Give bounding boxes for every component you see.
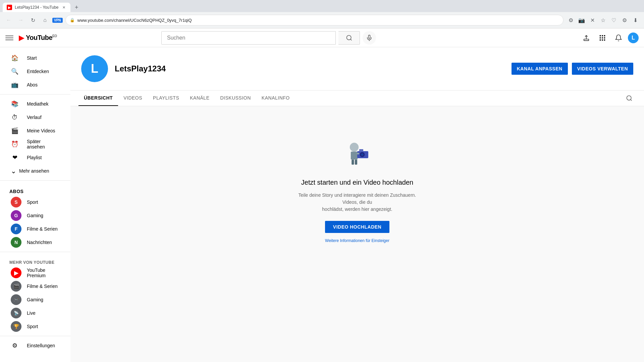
sidebar-item-sport-abo[interactable]: S Sport [3, 195, 68, 209]
search-tab-icon [626, 95, 633, 102]
sidebar-item-spaeter[interactable]: ⏰ Später ansehen [3, 137, 68, 151]
sidebar-label-mediathek: Mediathek [27, 101, 49, 107]
search-button[interactable] [338, 31, 360, 45]
sidebar-label-premium: YouTube Premium [27, 267, 60, 278]
svg-rect-10 [604, 37, 605, 39]
extensions-button[interactable]: ⚙ [566, 15, 576, 25]
svg-rect-23 [352, 160, 354, 165]
sidebar-item-filme-abo[interactable]: F Filme & Serien [3, 222, 68, 236]
sidebar-item-entdecken[interactable]: 🔍 Entdecken [3, 65, 68, 78]
sidebar-item-playlist[interactable]: ❤ Playlist [3, 151, 68, 164]
forward-button[interactable]: → [16, 15, 25, 25]
svg-rect-13 [604, 39, 605, 41]
home-button[interactable]: ⌂ [40, 15, 50, 25]
sidebar-item-mediathek[interactable]: 📚 Mediathek [3, 97, 68, 111]
nachrichten-avatar: N [11, 237, 21, 248]
tab-uebersicht[interactable]: ÜBERSICHT [78, 90, 118, 106]
svg-point-21 [362, 154, 363, 156]
close-button[interactable]: ✕ [588, 15, 597, 25]
sidebar-item-yt-premium[interactable]: ▶ YouTube Premium [3, 266, 68, 280]
download-button[interactable]: ⬇ [631, 15, 640, 25]
new-tab-button[interactable]: + [72, 3, 81, 12]
settings-button[interactable]: ⚙ [620, 15, 629, 25]
svg-rect-9 [602, 37, 603, 39]
sidebar-label-nachrichten: Nachrichten [27, 240, 52, 245]
sidebar-item-start[interactable]: 🏠 Start [3, 51, 68, 65]
my-videos-icon: 🎬 [11, 127, 19, 135]
empty-state: Jetzt starten und ein Video hochladen Te… [70, 106, 644, 270]
subscribe-icon: 📺 [11, 81, 19, 89]
search-input[interactable] [162, 32, 335, 44]
tab-diskussion[interactable]: DISKUSSION [215, 90, 256, 106]
sidebar-label-verlauf: Verlauf [27, 115, 42, 120]
tab-close-button[interactable]: ✕ [61, 5, 66, 10]
sidebar-item-filme-mehr[interactable]: 🎬 Filme & Serien [3, 280, 68, 293]
sidebar-label-settings: Einstellungen [27, 343, 55, 348]
channel-header: L LetsPlay1234 KANAL ANPASSEN VIDEOS VER… [70, 47, 644, 90]
menu-button[interactable] [5, 34, 13, 42]
header-right: L [580, 31, 639, 45]
notifications-button[interactable] [612, 31, 625, 45]
screenshot-button[interactable]: 📷 [577, 15, 586, 25]
tab-videos[interactable]: VIDEOS [118, 90, 148, 106]
channel-tabs: ÜBERSICHT VIDEOS PLAYLISTS KANÄLE DISKUS… [70, 90, 644, 106]
youtube-logo-icon: ▶ [19, 34, 24, 42]
sidebar-item-nachrichten-abo[interactable]: N Nachrichten [3, 236, 68, 249]
upload-video-button[interactable]: VIDEO HOCHLADEN [325, 221, 389, 233]
vpn-badge: VPN [52, 18, 63, 23]
sidebar-label-spaeter: Später ansehen [27, 139, 60, 149]
sidebar-label-sport-mehr: Sport [27, 324, 38, 329]
svg-rect-8 [600, 37, 601, 39]
back-button[interactable]: ← [4, 15, 13, 25]
settings-icon: ⚙ [11, 342, 19, 350]
user-avatar[interactable]: L [628, 33, 639, 43]
reload-button[interactable]: ↻ [28, 15, 38, 25]
youtube-header: ▶ YouTubeEO [0, 28, 644, 47]
sidebar-item-sport-mehr[interactable]: 🏆 Sport [3, 320, 68, 333]
tab-playlists[interactable]: PLAYLISTS [148, 90, 184, 106]
upload-button[interactable] [580, 31, 593, 45]
sidebar-label-gaming-mehr: Gaming [27, 297, 43, 302]
channel-avatar: L [81, 55, 108, 82]
bookmark-button[interactable]: ☆ [598, 15, 608, 25]
svg-rect-22 [359, 149, 363, 152]
apps-button[interactable] [596, 31, 609, 45]
browser-tab[interactable]: ▶ LetsPlay1234 - YouTube ✕ [3, 3, 70, 12]
bell-icon [615, 34, 622, 42]
sidebar-label-entdecken: Entdecken [27, 69, 49, 74]
manage-videos-button[interactable]: VIDEOS VERWALTEN [572, 63, 633, 75]
customize-channel-button[interactable]: KANAL ANPASSEN [512, 63, 568, 75]
empty-state-title: Jetzt starten und ein Video hochladen [301, 179, 413, 186]
svg-point-0 [346, 35, 351, 40]
svg-rect-17 [351, 152, 358, 160]
header-center [161, 31, 376, 45]
tab-favicon: ▶ [7, 5, 12, 10]
sidebar-label-gaming: Gaming [27, 213, 43, 218]
address-bar[interactable]: 🔒 www.youtube.com/channel/UCocN6zQPHQZ_0… [65, 15, 564, 25]
sidebar-item-abos[interactable]: 📺 Abos [3, 78, 68, 92]
youtube-logo[interactable]: ▶ YouTubeEO [19, 34, 57, 42]
tab-kanalinfo[interactable]: KANALINFO [256, 90, 295, 106]
header-left: ▶ YouTubeEO [5, 34, 57, 42]
live-icon: 📡 [11, 308, 21, 318]
svg-line-1 [350, 39, 352, 40]
tab-search-button[interactable] [623, 92, 636, 105]
gaming-mehr-icon: 🎮 [11, 294, 21, 305]
mehr-ansehen-button[interactable]: ⌄ Mehr ansehen [3, 164, 68, 178]
sidebar-item-settings[interactable]: ⚙ Einstellungen [3, 339, 68, 352]
heart-button[interactable]: ♡ [609, 15, 619, 25]
help-link[interactable]: Weitere Informationen für Einsteiger [325, 238, 389, 243]
sidebar-item-verlauf[interactable]: ⏱ Verlauf [3, 111, 68, 124]
empty-desc-line1: Teile deine Story und interagiere mit de… [299, 192, 416, 205]
youtube-logo-text: YouTubeEO [26, 34, 57, 42]
tab-kanaele[interactable]: KANÄLE [184, 90, 215, 106]
sidebar-label-live: Live [27, 310, 36, 316]
heart-icon: ❤ [11, 154, 19, 162]
sidebar-item-meine-videos[interactable]: 🎬 Meine Videos [3, 124, 68, 137]
sidebar-item-gaming-mehr[interactable]: 🎮 Gaming [3, 293, 68, 306]
svg-line-15 [631, 100, 632, 101]
sidebar-item-gaming-abo[interactable]: G Gaming [3, 209, 68, 222]
svg-point-14 [627, 96, 631, 100]
sidebar-item-live[interactable]: 📡 Live [3, 306, 68, 320]
mic-button[interactable] [363, 31, 376, 45]
